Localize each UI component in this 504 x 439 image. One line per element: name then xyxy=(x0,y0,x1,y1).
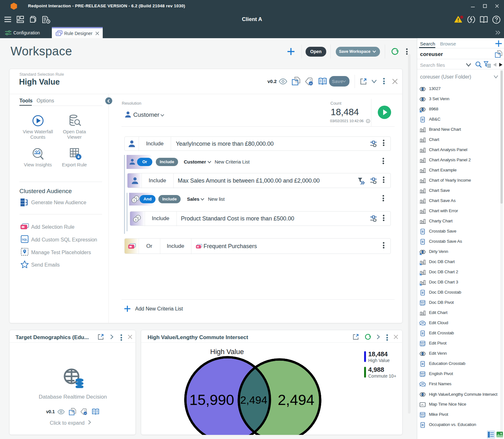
svg-text:2,494: 2,494 xyxy=(278,392,314,408)
svg-text:2,494: 2,494 xyxy=(240,394,267,406)
svg-text:SQL: SQL xyxy=(22,238,27,241)
svg-text:xn: xn xyxy=(310,82,312,85)
svg-text:xn: xn xyxy=(84,412,86,414)
svg-text:15,990: 15,990 xyxy=(190,392,234,408)
svg-text:$: $ xyxy=(135,218,136,221)
svg-text:High Value: High Value xyxy=(210,348,244,356)
svg-text:$: $ xyxy=(133,199,135,202)
